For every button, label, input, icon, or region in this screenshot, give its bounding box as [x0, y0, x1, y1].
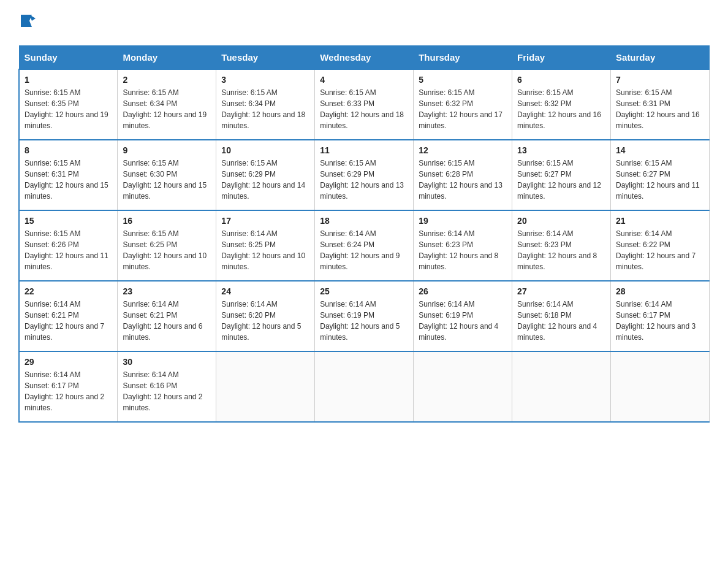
day-number: 26: [419, 286, 507, 296]
day-number: 9: [123, 145, 211, 155]
calendar-cell: 27Sunrise: 6:14 AMSunset: 6:18 PMDayligh…: [512, 281, 611, 351]
day-number: 1: [25, 75, 112, 85]
calendar-cell: [611, 351, 710, 422]
calendar-cell: 23Sunrise: 6:14 AMSunset: 6:21 PMDayligh…: [118, 281, 216, 351]
day-info: Sunrise: 6:14 AMSunset: 6:17 PMDaylight:…: [25, 369, 112, 413]
calendar-cell: 14Sunrise: 6:15 AMSunset: 6:27 PMDayligh…: [611, 140, 710, 210]
day-info: Sunrise: 6:15 AMSunset: 6:34 PMDaylight:…: [221, 87, 309, 131]
day-number: 22: [25, 286, 112, 296]
header-day-thursday: Thursday: [414, 46, 512, 70]
day-number: 30: [123, 357, 211, 367]
header-day-monday: Monday: [118, 46, 216, 70]
calendar-cell: 24Sunrise: 6:14 AMSunset: 6:20 PMDayligh…: [216, 281, 315, 351]
calendar-cell: 4Sunrise: 6:15 AMSunset: 6:33 PMDaylight…: [315, 69, 414, 140]
day-number: 25: [320, 286, 408, 296]
calendar-cell: 20Sunrise: 6:14 AMSunset: 6:23 PMDayligh…: [512, 210, 611, 281]
day-number: 12: [419, 145, 507, 155]
day-info: Sunrise: 6:14 AMSunset: 6:17 PMDaylight:…: [616, 299, 704, 343]
day-info: Sunrise: 6:15 AMSunset: 6:32 PMDaylight:…: [419, 87, 507, 131]
day-info: Sunrise: 6:15 AMSunset: 6:30 PMDaylight:…: [123, 158, 211, 202]
calendar-cell: 7Sunrise: 6:15 AMSunset: 6:31 PMDaylight…: [611, 69, 710, 140]
day-number: 10: [221, 145, 309, 155]
day-info: Sunrise: 6:15 AMSunset: 6:34 PMDaylight:…: [123, 87, 211, 131]
day-number: 17: [221, 216, 309, 226]
day-number: 21: [616, 216, 704, 226]
calendar-cell: 25Sunrise: 6:14 AMSunset: 6:19 PMDayligh…: [315, 281, 414, 351]
day-number: 6: [517, 75, 605, 85]
calendar-cell: 3Sunrise: 6:15 AMSunset: 6:34 PMDaylight…: [216, 69, 315, 140]
calendar-cell: 22Sunrise: 6:14 AMSunset: 6:21 PMDayligh…: [19, 281, 118, 351]
calendar-cell: [216, 351, 315, 422]
calendar-cell: 2Sunrise: 6:15 AMSunset: 6:34 PMDaylight…: [118, 69, 216, 140]
calendar-cell: 6Sunrise: 6:15 AMSunset: 6:32 PMDaylight…: [512, 69, 611, 140]
day-info: Sunrise: 6:14 AMSunset: 6:21 PMDaylight:…: [123, 299, 211, 343]
calendar-cell: 11Sunrise: 6:15 AMSunset: 6:29 PMDayligh…: [315, 140, 414, 210]
calendar-cell: 10Sunrise: 6:15 AMSunset: 6:29 PMDayligh…: [216, 140, 315, 210]
calendar-cell: 1Sunrise: 6:15 AMSunset: 6:35 PMDaylight…: [19, 69, 118, 140]
header-row: SundayMondayTuesdayWednesdayThursdayFrid…: [19, 46, 710, 70]
day-number: 18: [320, 216, 408, 226]
header-day-saturday: Saturday: [611, 46, 710, 70]
calendar-cell: 15Sunrise: 6:15 AMSunset: 6:26 PMDayligh…: [19, 210, 118, 281]
logo-text: [18, 12, 36, 33]
day-number: 13: [517, 145, 605, 155]
day-number: 23: [123, 286, 211, 296]
week-row-2: 8Sunrise: 6:15 AMSunset: 6:31 PMDaylight…: [19, 140, 710, 210]
day-info: Sunrise: 6:15 AMSunset: 6:27 PMDaylight:…: [616, 158, 704, 202]
calendar-cell: [512, 351, 611, 422]
day-info: Sunrise: 6:15 AMSunset: 6:29 PMDaylight:…: [221, 158, 309, 202]
day-number: 29: [25, 357, 112, 367]
day-number: 2: [123, 75, 211, 85]
day-number: 4: [320, 75, 408, 85]
header-day-sunday: Sunday: [19, 46, 118, 70]
calendar-cell: 28Sunrise: 6:14 AMSunset: 6:17 PMDayligh…: [611, 281, 710, 351]
day-info: Sunrise: 6:15 AMSunset: 6:31 PMDaylight:…: [25, 158, 112, 202]
day-number: 24: [221, 286, 309, 296]
calendar-cell: [414, 351, 512, 422]
day-info: Sunrise: 6:14 AMSunset: 6:23 PMDaylight:…: [517, 228, 605, 272]
day-info: Sunrise: 6:14 AMSunset: 6:18 PMDaylight:…: [517, 299, 605, 343]
day-number: 15: [25, 216, 112, 226]
calendar-cell: 16Sunrise: 6:15 AMSunset: 6:25 PMDayligh…: [118, 210, 216, 281]
day-info: Sunrise: 6:14 AMSunset: 6:22 PMDaylight:…: [616, 228, 704, 272]
day-info: Sunrise: 6:15 AMSunset: 6:25 PMDaylight:…: [123, 228, 211, 272]
week-row-1: 1Sunrise: 6:15 AMSunset: 6:35 PMDaylight…: [19, 69, 710, 140]
calendar-cell: 17Sunrise: 6:14 AMSunset: 6:25 PMDayligh…: [216, 210, 315, 281]
day-info: Sunrise: 6:14 AMSunset: 6:19 PMDaylight:…: [320, 299, 408, 343]
calendar-cell: 9Sunrise: 6:15 AMSunset: 6:30 PMDaylight…: [118, 140, 216, 210]
day-number: 5: [419, 75, 507, 85]
day-number: 7: [616, 75, 704, 85]
calendar-cell: 30Sunrise: 6:14 AMSunset: 6:16 PMDayligh…: [118, 351, 216, 422]
day-info: Sunrise: 6:14 AMSunset: 6:16 PMDaylight:…: [123, 369, 211, 413]
header-day-wednesday: Wednesday: [315, 46, 414, 70]
logo: [18, 12, 36, 33]
calendar-cell: 21Sunrise: 6:14 AMSunset: 6:22 PMDayligh…: [611, 210, 710, 281]
calendar-body: 1Sunrise: 6:15 AMSunset: 6:35 PMDaylight…: [19, 69, 710, 422]
day-info: Sunrise: 6:14 AMSunset: 6:24 PMDaylight:…: [320, 228, 408, 272]
calendar-cell: 12Sunrise: 6:15 AMSunset: 6:28 PMDayligh…: [414, 140, 512, 210]
day-number: 14: [616, 145, 704, 155]
day-info: Sunrise: 6:15 AMSunset: 6:32 PMDaylight:…: [517, 87, 605, 131]
day-info: Sunrise: 6:14 AMSunset: 6:19 PMDaylight:…: [419, 299, 507, 343]
calendar-cell: 19Sunrise: 6:14 AMSunset: 6:23 PMDayligh…: [414, 210, 512, 281]
day-info: Sunrise: 6:15 AMSunset: 6:29 PMDaylight:…: [320, 158, 408, 202]
day-number: 28: [616, 286, 704, 296]
week-row-5: 29Sunrise: 6:14 AMSunset: 6:17 PMDayligh…: [19, 351, 710, 422]
header-day-friday: Friday: [512, 46, 611, 70]
logo-flag-icon: [18, 12, 36, 29]
day-info: Sunrise: 6:14 AMSunset: 6:20 PMDaylight:…: [221, 299, 309, 343]
calendar-cell: 26Sunrise: 6:14 AMSunset: 6:19 PMDayligh…: [414, 281, 512, 351]
day-number: 3: [221, 75, 309, 85]
day-info: Sunrise: 6:15 AMSunset: 6:35 PMDaylight:…: [25, 87, 112, 131]
day-number: 19: [419, 216, 507, 226]
day-number: 11: [320, 145, 408, 155]
calendar-cell: [315, 351, 414, 422]
week-row-4: 22Sunrise: 6:14 AMSunset: 6:21 PMDayligh…: [19, 281, 710, 351]
calendar-cell: 29Sunrise: 6:14 AMSunset: 6:17 PMDayligh…: [19, 351, 118, 422]
day-info: Sunrise: 6:15 AMSunset: 6:27 PMDaylight:…: [517, 158, 605, 202]
week-row-3: 15Sunrise: 6:15 AMSunset: 6:26 PMDayligh…: [19, 210, 710, 281]
calendar-cell: 8Sunrise: 6:15 AMSunset: 6:31 PMDaylight…: [19, 140, 118, 210]
calendar-header: SundayMondayTuesdayWednesdayThursdayFrid…: [19, 46, 710, 70]
calendar-cell: 18Sunrise: 6:14 AMSunset: 6:24 PMDayligh…: [315, 210, 414, 281]
day-info: Sunrise: 6:15 AMSunset: 6:26 PMDaylight:…: [25, 228, 112, 272]
